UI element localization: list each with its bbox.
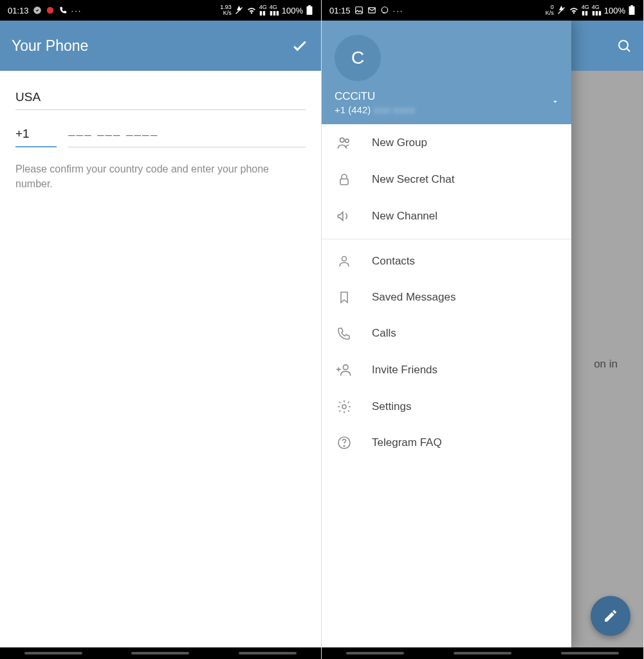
- network-type-1: 4G▮▮: [582, 5, 589, 16]
- svg-point-15: [342, 405, 346, 409]
- battery-percent: 100%: [604, 6, 625, 15]
- menu-label: Saved Messages: [372, 291, 455, 304]
- menu-label: Invite Friends: [372, 364, 437, 376]
- svg-rect-2: [307, 6, 313, 15]
- help-icon: [336, 435, 353, 450]
- wifi-icon: [246, 5, 257, 15]
- screen-your-phone: 01:13 ··· 1.93K/s: [0, 0, 322, 659]
- menu-settings[interactable]: Settings: [322, 389, 571, 425]
- svg-rect-3: [308, 5, 311, 6]
- mail-icon: [367, 6, 376, 15]
- svg-point-1: [46, 7, 53, 14]
- svg-rect-4: [355, 7, 362, 14]
- drawer-phone: +1 (442) xxx-xxxx: [335, 104, 558, 115]
- new-message-fab[interactable]: [591, 596, 630, 636]
- network-speed: 1.93K/s: [220, 5, 232, 16]
- screen-drawer: 01:15 ··· 0K/s 4G: [322, 0, 643, 659]
- app-header: Your Phone: [0, 21, 321, 71]
- drawer-header: C CCCiTU +1 (442) xxx-xxxx: [322, 21, 571, 124]
- menu-label: Contacts: [372, 255, 415, 268]
- record-icon: [46, 6, 55, 15]
- menu-label: New Group: [372, 136, 427, 149]
- svg-point-11: [345, 139, 349, 142]
- menu-new-secret-chat[interactable]: New Secret Chat: [322, 162, 571, 198]
- status-bar: 01:15 ··· 0K/s 4G: [322, 0, 643, 21]
- svg-rect-12: [340, 179, 348, 185]
- svg-rect-8: [630, 5, 633, 6]
- more-icon: ···: [393, 6, 404, 15]
- navigation-drawer: C CCCiTU +1 (442) xxx-xxxx New Group: [322, 21, 571, 647]
- avatar[interactable]: C: [335, 35, 381, 81]
- svg-point-13: [342, 257, 347, 261]
- account-switcher-icon[interactable]: [551, 97, 560, 106]
- phone-icon: [336, 326, 353, 341]
- page-title: Your Phone: [12, 37, 88, 55]
- menu-divider: [322, 239, 571, 239]
- country-picker[interactable]: USA: [15, 84, 306, 110]
- background-text-fragment: on in: [594, 358, 618, 371]
- phone-number-input[interactable]: [68, 121, 306, 147]
- android-navbar: [0, 647, 321, 659]
- mute-icon: [234, 6, 244, 15]
- vpn-icon: [33, 6, 42, 15]
- call-muted-icon: [59, 6, 68, 15]
- more-icon: ···: [71, 6, 82, 15]
- svg-rect-7: [629, 6, 635, 15]
- network-type-2: 4G▮▮▮: [270, 5, 279, 16]
- menu-label: New Secret Chat: [372, 173, 455, 186]
- network-speed: 0K/s: [546, 5, 554, 16]
- chat-icon: [380, 6, 389, 15]
- svg-point-17: [344, 445, 345, 447]
- image-icon: [354, 6, 363, 15]
- network-type-1: 4G▮▮: [259, 5, 267, 16]
- menu-telegram-faq[interactable]: Telegram FAQ: [322, 425, 571, 461]
- lock-icon: [336, 172, 353, 187]
- menu-label: Telegram FAQ: [372, 436, 442, 449]
- battery-icon: [628, 5, 636, 15]
- menu-saved-messages[interactable]: Saved Messages: [322, 279, 571, 315]
- drawer-username: CCCiTU: [335, 90, 558, 103]
- group-icon: [336, 135, 353, 151]
- svg-point-14: [343, 365, 348, 370]
- svg-point-10: [340, 138, 345, 142]
- menu-invite-friends[interactable]: Invite Friends: [322, 351, 571, 389]
- form-hint: Please confirm your country code and ent…: [15, 162, 306, 191]
- menu-label: New Channel: [372, 210, 437, 223]
- menu-new-channel[interactable]: New Channel: [322, 198, 571, 235]
- status-time: 01:13: [8, 6, 29, 15]
- person-add-icon: [336, 362, 353, 378]
- battery-icon: [306, 5, 313, 15]
- person-icon: [336, 254, 353, 269]
- status-bar: 01:13 ··· 1.93K/s: [0, 0, 321, 21]
- confirm-button[interactable]: [290, 36, 309, 55]
- bookmark-icon: [336, 290, 353, 305]
- status-time: 01:15: [329, 6, 351, 15]
- drawer-menu: New Group New Secret Chat New Channel: [322, 124, 571, 647]
- battery-percent: 100%: [282, 6, 303, 15]
- menu-label: Settings: [372, 400, 411, 413]
- menu-label: Calls: [372, 327, 396, 340]
- gear-icon: [336, 399, 353, 414]
- avatar-initial: C: [351, 48, 364, 68]
- menu-calls[interactable]: Calls: [322, 315, 571, 351]
- wifi-icon: [569, 5, 579, 15]
- phone-form: USA Please confirm your country code and…: [0, 71, 321, 647]
- svg-point-9: [619, 41, 628, 50]
- network-type-2: 4G▮▮▮: [592, 5, 602, 16]
- country-code-input[interactable]: [15, 120, 57, 147]
- mute-icon: [557, 6, 566, 15]
- android-navbar: [322, 647, 643, 659]
- megaphone-icon: [336, 208, 353, 225]
- search-icon[interactable]: [616, 38, 632, 53]
- svg-point-6: [382, 7, 387, 13]
- menu-new-group[interactable]: New Group: [322, 124, 571, 162]
- menu-contacts[interactable]: Contacts: [322, 243, 571, 279]
